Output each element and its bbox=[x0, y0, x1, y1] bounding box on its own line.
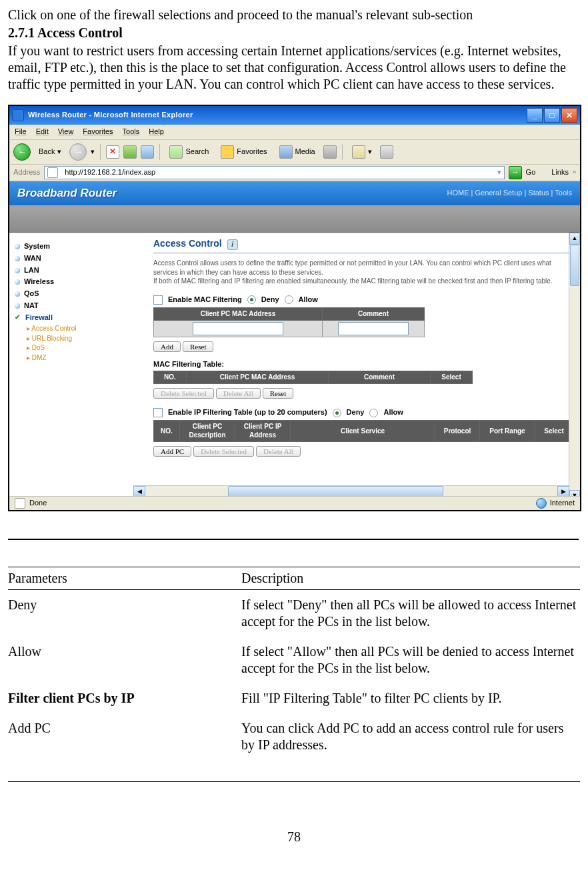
history-icon[interactable] bbox=[323, 145, 337, 159]
router-nav-links[interactable]: HOME | General Setup | Status | Tools bbox=[447, 189, 572, 198]
mac-delete-selected-button[interactable]: Delete Selected bbox=[153, 388, 214, 399]
scroll-left-icon[interactable]: ◀ bbox=[133, 486, 145, 497]
ip-allow-radio[interactable] bbox=[369, 409, 378, 417]
menu-edit[interactable]: Edit bbox=[36, 127, 49, 137]
mac-add-button[interactable]: Add bbox=[153, 341, 181, 352]
scroll-thumb[interactable] bbox=[570, 245, 579, 286]
content-area: System WAN LAN Wireless QoS NAT Firewall… bbox=[9, 233, 580, 511]
sidebar-sub-dos[interactable]: DoS bbox=[27, 344, 139, 353]
th-ip-prange: Port Range bbox=[480, 421, 535, 442]
go-label[interactable]: Go bbox=[526, 168, 536, 177]
horizontal-scrollbar[interactable]: ◀ ▶ bbox=[133, 485, 569, 497]
go-button[interactable]: → bbox=[509, 166, 522, 179]
mac-address-input[interactable] bbox=[193, 322, 283, 335]
sidebar-item-wireless[interactable]: Wireless bbox=[15, 277, 139, 287]
description-text: Access Control allows users to define th… bbox=[153, 259, 571, 286]
th-ip-proto: Protocol bbox=[435, 421, 480, 442]
param-add-pc: Add PC bbox=[8, 713, 241, 760]
mail-button[interactable]: ▾ bbox=[348, 144, 376, 160]
window-titlebar: Wireless Router - Microsoft Internet Exp… bbox=[9, 106, 580, 125]
mac-reset-button[interactable]: Reset bbox=[183, 341, 213, 352]
vertical-scrollbar[interactable]: ▲ ▼ bbox=[569, 233, 580, 502]
mail-icon bbox=[352, 145, 365, 159]
th-comment2: Comment bbox=[329, 371, 431, 384]
desc-add-pc: You can click Add PC to add an access co… bbox=[241, 713, 580, 760]
menu-view[interactable]: View bbox=[58, 127, 74, 137]
media-button[interactable]: Media bbox=[275, 144, 319, 160]
favorites-button[interactable]: Favorites bbox=[217, 144, 271, 160]
mac-allow-radio[interactable] bbox=[285, 295, 293, 304]
desc-filter-ip: Fill "IP Filtering Table" to filter PC c… bbox=[241, 683, 580, 713]
desc-allow: If select "Allow" then all PCs will be d… bbox=[241, 637, 580, 683]
mac-deny-radio[interactable] bbox=[247, 295, 256, 304]
links-label[interactable]: Links bbox=[551, 168, 569, 177]
th-ip-service: Client Service bbox=[291, 421, 435, 442]
page-number: 78 bbox=[8, 829, 580, 845]
sidebar-item-wan[interactable]: WAN bbox=[15, 254, 139, 263]
th-no: NO. bbox=[154, 371, 187, 384]
menu-file[interactable]: File bbox=[15, 127, 27, 137]
mac-comment-input[interactable] bbox=[338, 322, 409, 335]
enable-ip-checkbox[interactable] bbox=[153, 408, 163, 417]
back-button[interactable]: ← bbox=[13, 143, 31, 161]
intro-paragraph: If you want to restrict users from acces… bbox=[8, 43, 580, 93]
ip-deny-radio[interactable] bbox=[333, 409, 341, 417]
sidebar-sub-access-control[interactable]: Access Control bbox=[27, 325, 139, 333]
minimize-button[interactable]: _ bbox=[527, 108, 543, 123]
sidebar-item-lan[interactable]: LAN bbox=[15, 266, 139, 275]
close-button[interactable]: ✕ bbox=[561, 108, 577, 123]
scroll-right-icon[interactable]: ▶ bbox=[557, 486, 569, 497]
page-title: Access Control i bbox=[153, 238, 571, 253]
th-ip-desc: Client PC Description bbox=[180, 421, 235, 442]
enable-mac-checkbox[interactable] bbox=[153, 295, 163, 305]
th-addr: Client PC MAC Address bbox=[187, 371, 329, 384]
address-label: Address bbox=[13, 168, 40, 177]
status-internet: Internet bbox=[550, 499, 575, 508]
sidebar-sub-url-blocking[interactable]: URL Blocking bbox=[27, 335, 139, 343]
hscroll-thumb[interactable] bbox=[228, 486, 443, 497]
th-description: Description bbox=[241, 567, 580, 590]
back-label[interactable]: Back ▾ bbox=[35, 146, 65, 158]
ip-delete-selected-button[interactable]: Delete Selected bbox=[193, 446, 254, 457]
window-title: Wireless Router - Microsoft Internet Exp… bbox=[28, 111, 525, 120]
sidebar-item-nat[interactable]: NAT bbox=[15, 301, 139, 311]
th-ip-no: NO. bbox=[154, 421, 180, 442]
section-heading: 2.7.1 Access Control bbox=[8, 25, 580, 41]
ip-deny-label: Deny bbox=[347, 408, 365, 417]
status-done: Done bbox=[29, 499, 47, 508]
ip-delete-all-button[interactable]: Delete All bbox=[256, 446, 301, 457]
scroll-up-icon[interactable]: ▲ bbox=[569, 233, 580, 245]
globe-icon bbox=[536, 498, 547, 509]
menu-favorites[interactable]: Favorites bbox=[83, 127, 113, 137]
mac-delete-all-button[interactable]: Delete All bbox=[216, 388, 261, 399]
menu-bar: File Edit View Favorites Tools Help bbox=[9, 125, 580, 140]
main-panel: Access Control i Access Control allows u… bbox=[144, 233, 580, 511]
screenshot-container: Wireless Router - Microsoft Internet Exp… bbox=[8, 105, 581, 511]
search-button[interactable]: Search bbox=[165, 144, 213, 160]
sidebar-item-qos[interactable]: QoS bbox=[15, 289, 139, 299]
ip-allow-label: Allow bbox=[383, 408, 403, 417]
sidebar-item-firewall[interactable]: Firewall bbox=[15, 313, 139, 323]
sub-header-bar bbox=[9, 205, 580, 233]
maximize-button[interactable]: □ bbox=[544, 108, 560, 123]
mac-reset2-button[interactable]: Reset bbox=[263, 388, 293, 399]
stop-icon[interactable]: ✕ bbox=[106, 145, 119, 159]
menu-tools[interactable]: Tools bbox=[123, 127, 140, 137]
print-icon[interactable] bbox=[380, 145, 393, 159]
ip-add-pc-button[interactable]: Add PC bbox=[153, 446, 191, 457]
sidebar-sub-dmz[interactable]: DMZ bbox=[27, 354, 139, 363]
address-field[interactable]: http://192.168.2.1/index.asp ▾ bbox=[44, 166, 504, 179]
param-filter-ip: Filter client PCs by IP bbox=[8, 683, 241, 713]
router-title: Broadband Router bbox=[17, 186, 447, 200]
address-url: http://192.168.2.1/index.asp bbox=[65, 168, 155, 177]
refresh-icon[interactable] bbox=[123, 145, 137, 159]
home-icon[interactable] bbox=[141, 145, 154, 159]
parameters-table: Parameters Description DenyIf select "De… bbox=[8, 567, 580, 782]
forward-button: → bbox=[69, 143, 87, 161]
menu-help[interactable]: Help bbox=[149, 127, 164, 137]
help-icon[interactable]: i bbox=[227, 239, 238, 250]
sidebar-item-system[interactable]: System bbox=[15, 242, 139, 251]
mac-allow-label: Allow bbox=[299, 295, 318, 305]
star-icon bbox=[221, 145, 234, 159]
desc-deny: If select "Deny" then all PCs will be al… bbox=[241, 590, 580, 637]
